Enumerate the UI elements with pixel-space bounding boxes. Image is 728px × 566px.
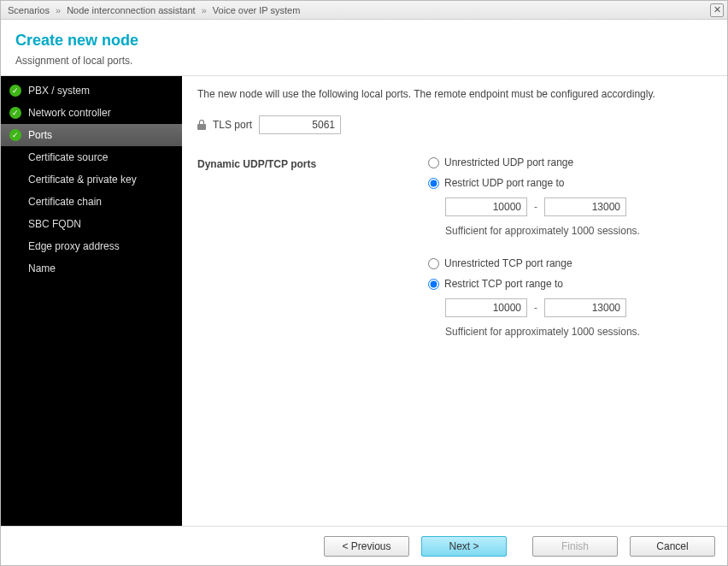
range-dash: - bbox=[532, 201, 539, 213]
tcp-restrict-radio[interactable] bbox=[428, 279, 439, 290]
breadcrumb-segment[interactable]: Node interconnection assistant bbox=[67, 5, 195, 15]
step-certificate-private-key[interactable]: Certificate & private key bbox=[1, 168, 182, 191]
option-label: Unrestricted UDP port range bbox=[444, 156, 573, 168]
close-icon[interactable]: ✕ bbox=[710, 3, 724, 17]
step-label: Certificate chain bbox=[28, 196, 175, 208]
step-edge-proxy-address[interactable]: Edge proxy address bbox=[1, 235, 182, 257]
dynamic-ports-section: Dynamic UDP/TCP ports Unrestricted UDP p… bbox=[197, 156, 712, 358]
breadcrumb-sep: » bbox=[56, 5, 61, 15]
step-label: Network controller bbox=[28, 107, 175, 119]
wizard-steps-sidebar: PBX / system Network controller Ports Ce… bbox=[1, 76, 182, 526]
tcp-range-row: - bbox=[428, 298, 712, 317]
check-icon bbox=[9, 85, 21, 97]
step-label: PBX / system bbox=[28, 85, 175, 97]
step-label: Certificate source bbox=[28, 151, 175, 163]
option-label: Restrict UDP port range to bbox=[444, 177, 565, 189]
breadcrumb: Scenarios » Node interconnection assista… bbox=[8, 5, 710, 15]
tcp-restrict-option[interactable]: Restrict TCP port range to bbox=[428, 278, 712, 290]
tls-port-input[interactable] bbox=[259, 115, 341, 134]
cancel-button[interactable]: Cancel bbox=[630, 536, 715, 557]
tls-port-row: TLS port bbox=[197, 115, 712, 134]
finish-button: Finish bbox=[532, 536, 618, 557]
step-label: Edge proxy address bbox=[28, 240, 175, 252]
breadcrumb-segment: Voice over IP system bbox=[213, 5, 301, 15]
option-label: Unrestricted TCP port range bbox=[444, 257, 572, 269]
option-label: Restrict TCP port range to bbox=[444, 278, 563, 290]
udp-restrict-radio[interactable] bbox=[428, 178, 439, 189]
udp-range-to-input[interactable] bbox=[544, 198, 626, 216]
udp-range-from-input[interactable] bbox=[445, 198, 527, 216]
wizard-window: Scenarios » Node interconnection assista… bbox=[0, 0, 728, 566]
page-title: Create new node bbox=[15, 32, 713, 50]
tcp-range-from-input[interactable] bbox=[445, 298, 527, 317]
tls-port-label: TLS port bbox=[213, 119, 252, 131]
udp-unrestricted-option[interactable]: Unrestricted UDP port range bbox=[428, 156, 712, 168]
step-network-controller[interactable]: Network controller bbox=[1, 102, 182, 124]
tcp-range-to-input[interactable] bbox=[544, 298, 626, 317]
step-certificate-chain[interactable]: Certificate chain bbox=[1, 191, 182, 213]
step-ports[interactable]: Ports bbox=[1, 124, 182, 146]
breadcrumb-segment[interactable]: Scenarios bbox=[8, 5, 50, 15]
dynamic-ports-label: Dynamic UDP/TCP ports bbox=[197, 156, 428, 170]
step-label: SBC FQDN bbox=[28, 218, 175, 230]
tcp-unrestricted-option[interactable]: Unrestricted TCP port range bbox=[428, 257, 712, 269]
tcp-unrestricted-radio[interactable] bbox=[428, 258, 439, 269]
page-subtitle: Assignment of local ports. bbox=[15, 55, 713, 67]
step-label: Certificate & private key bbox=[28, 174, 175, 186]
step-sbc-fqdn[interactable]: SBC FQDN bbox=[1, 213, 182, 235]
tcp-hint: Sufficient for approximately 1000 sessio… bbox=[428, 326, 712, 338]
step-name[interactable]: Name bbox=[1, 257, 182, 280]
range-dash: - bbox=[532, 302, 539, 314]
previous-button[interactable]: < Previous bbox=[324, 536, 409, 557]
breadcrumb-sep: » bbox=[202, 5, 207, 15]
check-icon bbox=[9, 107, 21, 119]
step-label: Ports bbox=[28, 129, 175, 141]
intro-text: The new node will use the following loca… bbox=[197, 88, 712, 100]
wizard-body: PBX / system Network controller Ports Ce… bbox=[1, 75, 727, 526]
udp-hint: Sufficient for approximately 1000 sessio… bbox=[428, 225, 712, 237]
wizard-main: The new node will use the following loca… bbox=[182, 76, 727, 526]
dynamic-ports-options: Unrestricted UDP port range Restrict UDP… bbox=[428, 156, 712, 358]
check-icon bbox=[9, 129, 21, 141]
wizard-header: Create new node Assignment of local port… bbox=[1, 20, 727, 75]
udp-unrestricted-radio[interactable] bbox=[428, 157, 439, 168]
step-pbx-system[interactable]: PBX / system bbox=[1, 80, 182, 102]
titlebar: Scenarios » Node interconnection assista… bbox=[1, 1, 727, 20]
next-button[interactable]: Next > bbox=[421, 536, 507, 557]
udp-range-row: - bbox=[428, 198, 712, 216]
udp-restrict-option[interactable]: Restrict UDP port range to bbox=[428, 177, 712, 189]
wizard-footer: < Previous Next > Finish Cancel bbox=[1, 526, 727, 565]
step-certificate-source[interactable]: Certificate source bbox=[1, 146, 182, 168]
step-label: Name bbox=[28, 262, 175, 274]
lock-icon bbox=[197, 120, 206, 130]
